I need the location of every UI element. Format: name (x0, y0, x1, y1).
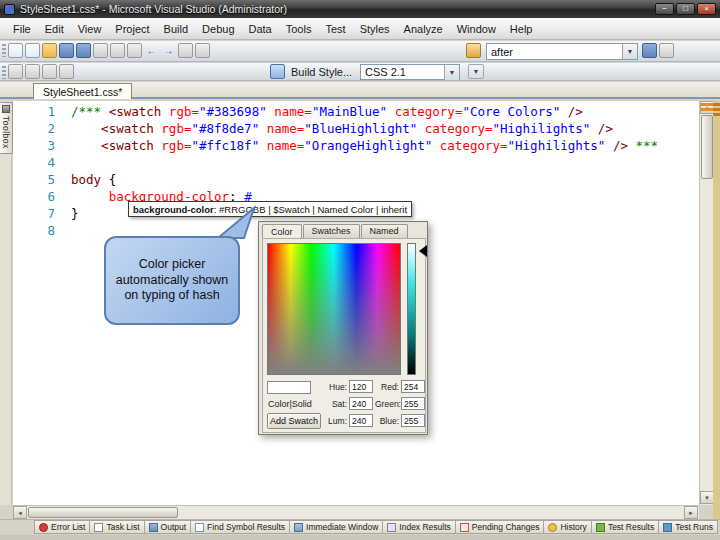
cut-icon[interactable] (93, 43, 108, 58)
add-swatch-button[interactable]: Add Swatch (267, 413, 321, 429)
band-mark (713, 108, 720, 111)
open-file-icon[interactable] (42, 43, 57, 58)
menu-tools[interactable]: Tools (279, 21, 319, 37)
bottom-tab-test-results[interactable]: Test Results (591, 520, 658, 534)
code-line-5[interactable]: 5body { (13, 171, 699, 188)
code-line-3[interactable]: 3 <swatch rgb="#ffc18f" name="OrangeHigh… (13, 137, 699, 154)
scroll-left-icon[interactable]: ◄ (13, 506, 27, 519)
toolbar-grip[interactable] (2, 44, 6, 57)
bottom-tab-label: Test Results (608, 522, 654, 532)
code-line-1[interactable]: 1/*** <swatch rgb="#383698" name="MainBl… (13, 103, 699, 120)
chevron-down-icon[interactable]: ▼ (444, 65, 459, 80)
new-file-icon[interactable] (8, 43, 23, 58)
bottom-tab-output[interactable]: Output (144, 520, 191, 534)
scroll-right-icon[interactable]: ► (684, 506, 698, 519)
luminosity-slider[interactable] (407, 243, 416, 375)
menu-test[interactable]: Test (318, 21, 352, 37)
line-number: 1 (13, 103, 71, 120)
style-options-icon[interactable] (59, 64, 74, 79)
menu-file[interactable]: File (6, 21, 38, 37)
menu-build[interactable]: Build (157, 21, 195, 37)
picker-tab-named[interactable]: Named (361, 224, 408, 239)
callout-bubble: Color picker automatically shown on typi… (104, 236, 240, 325)
horizontal-scrollbar[interactable]: ◄ ► (13, 505, 699, 519)
menu-data[interactable]: Data (242, 21, 279, 37)
vertical-scroll-thumb[interactable] (701, 115, 713, 179)
hex-color-input[interactable] (267, 381, 311, 394)
css-version-combobox[interactable]: CSS 2.1 ▼ (360, 64, 460, 80)
code-line-2[interactable]: 2 <swatch rgb="#8f8de7" name="BlueHighli… (13, 120, 699, 137)
color-gradient-field[interactable] (267, 243, 401, 375)
vertical-scrollbar[interactable]: ▲ ▼ (699, 101, 713, 505)
field-value-hue[interactable]: 120 (349, 380, 373, 393)
slider-arrow-icon[interactable] (419, 245, 427, 257)
style-application-combobox[interactable]: after ▼ (486, 43, 638, 60)
build-style-icon[interactable] (270, 64, 285, 79)
bottom-tab-pending-changes[interactable]: Pending Changes (455, 520, 544, 534)
field-value-red[interactable]: 254 (401, 380, 425, 393)
add-item-icon[interactable] (25, 43, 40, 58)
visual-studio-window: StyleSheet1.css* - Microsoft Visual Stud… (0, 0, 720, 540)
find-next-icon[interactable] (642, 43, 657, 58)
chevron-down-icon[interactable]: ▼ (622, 44, 637, 59)
field-value-sat[interactable]: 240 (349, 397, 373, 410)
task-list-icon (94, 523, 103, 532)
document-tab[interactable]: StyleSheet1.css* (33, 83, 132, 99)
field-value-lum[interactable]: 240 (349, 414, 373, 427)
save-all-icon[interactable] (76, 43, 91, 58)
bottom-tab-task-list[interactable]: Task List (89, 520, 143, 534)
attach-style-icon[interactable] (25, 64, 40, 79)
bottom-tab-label: Find Symbol Results (207, 522, 285, 532)
history-icon (548, 523, 557, 532)
bottom-tab-find-symbol-results[interactable]: Find Symbol Results (190, 520, 289, 534)
copy-icon[interactable] (110, 43, 125, 58)
toolbar-overflow-button[interactable]: ▼ (468, 64, 484, 79)
manage-styles-icon[interactable] (42, 64, 57, 79)
toolbar-options-icon[interactable] (659, 43, 674, 58)
toolbar-find-icon-slot (466, 43, 481, 58)
left-dock-strip (0, 101, 12, 505)
menu-window[interactable]: Window (450, 21, 503, 37)
paste-icon[interactable] (127, 43, 142, 58)
css-version-value: CSS 2.1 (365, 66, 406, 78)
picker-tab-swatches[interactable]: Swatches (303, 224, 360, 239)
redo-icon[interactable] (161, 43, 176, 58)
toolbox-tab[interactable]: Toolbox (0, 102, 13, 154)
toolbar-grip-2[interactable] (2, 66, 6, 79)
save-icon[interactable] (59, 43, 74, 58)
line-number: 4 (13, 154, 71, 171)
immediate-window-icon (294, 523, 303, 532)
close-button[interactable]: × (697, 3, 716, 15)
menu-project[interactable]: Project (108, 21, 156, 37)
error-list-icon (39, 523, 48, 532)
build-style-label[interactable]: Build Style... (291, 66, 352, 78)
quick-find-icon[interactable] (466, 43, 481, 58)
field-value-blue[interactable]: 255 (401, 414, 425, 427)
style-sheet-icon[interactable] (8, 64, 23, 79)
field-value-green[interactable]: 255 (401, 397, 425, 410)
bottom-tab-error-list[interactable]: Error List (34, 520, 89, 534)
bottom-tab-history[interactable]: History (543, 520, 590, 534)
menu-debug[interactable]: Debug (195, 21, 241, 37)
code-line-4[interactable]: 4 (13, 154, 699, 171)
field-label-hue: Hue: (323, 382, 347, 392)
menu-help[interactable]: Help (503, 21, 540, 37)
undo-icon[interactable] (144, 43, 159, 58)
bottom-tab-immediate-window[interactable]: Immediate Window (289, 520, 382, 534)
horizontal-scroll-thumb[interactable] (28, 507, 178, 518)
bottom-tab-test-runs[interactable]: Test Runs (658, 520, 718, 534)
scroll-down-icon[interactable]: ▼ (700, 491, 714, 504)
bottom-tab-index-results[interactable]: Index Results (382, 520, 455, 534)
menu-styles[interactable]: Styles (353, 21, 397, 37)
comment-icon[interactable] (178, 43, 193, 58)
menu-analyze[interactable]: Analyze (397, 21, 450, 37)
minimize-button[interactable]: − (655, 3, 674, 15)
uncomment-icon[interactable] (195, 43, 210, 58)
maximize-button[interactable]: □ (676, 3, 695, 15)
toolbar-main-icons (8, 43, 210, 58)
picker-tab-color[interactable]: Color (262, 224, 302, 239)
document-tab-strip: StyleSheet1.css* (0, 82, 720, 99)
menu-edit[interactable]: Edit (38, 21, 71, 37)
build-style-group[interactable]: Build Style... (270, 64, 365, 79)
menu-view[interactable]: View (71, 21, 109, 37)
